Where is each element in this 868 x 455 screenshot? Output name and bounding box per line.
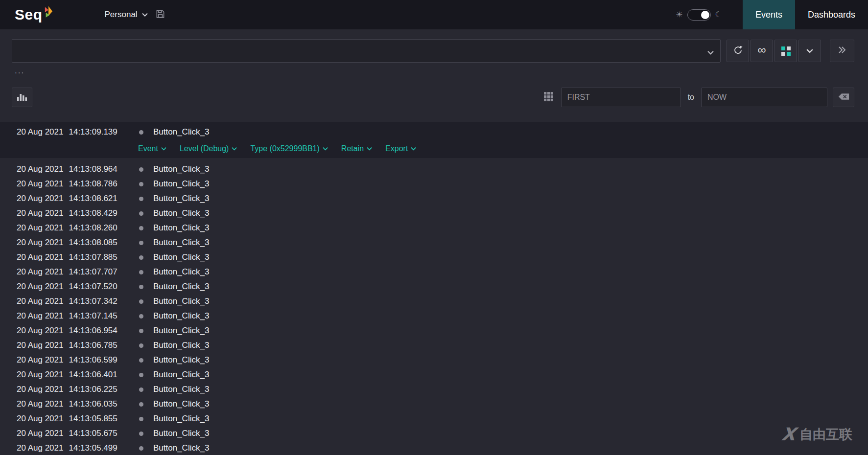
event-row[interactable]: 20 Aug 2021 14:13:06.785 Button_Click_3 xyxy=(0,338,868,353)
histogram-button[interactable] xyxy=(12,88,32,107)
event-level-bullet xyxy=(139,226,143,230)
workspace-dropdown[interactable]: Personal xyxy=(105,10,148,20)
event-timestamp: 20 Aug 2021 14:13:06.785 xyxy=(17,341,129,350)
event-action-link[interactable]: Export xyxy=(385,144,416,153)
event-timestamp: 20 Aug 2021 14:13:07.885 xyxy=(17,252,129,262)
topbar-right: ☀ ☾ Events Dashboards xyxy=(676,0,868,29)
event-level-bullet xyxy=(139,314,143,318)
event-row[interactable]: 20 Aug 2021 14:13:06.035 Button_Click_3 xyxy=(0,397,868,411)
event-row[interactable]: 20 Aug 2021 14:13:05.855 Button_Click_3 xyxy=(0,411,868,426)
event-row[interactable]: 20 Aug 2021 14:13:06.225 Button_Click_3 xyxy=(0,382,868,397)
event-action-link[interactable]: Retain xyxy=(341,144,372,153)
event-row[interactable]: 20 Aug 2021 14:13:08.621 Button_Click_3 xyxy=(0,191,868,206)
event-row[interactable]: 20 Aug 2021 14:13:08.260 Button_Click_3 xyxy=(0,221,868,235)
event-date: 20 Aug 2021 xyxy=(17,127,63,137)
event-time: 14:13:06.599 xyxy=(69,355,117,365)
event-level-bullet xyxy=(139,373,143,377)
event-row[interactable]: 20 Aug 2021 14:13:07.520 Button_Click_3 xyxy=(0,279,868,294)
event-level-bullet xyxy=(139,211,143,216)
event-action-link[interactable]: Event xyxy=(138,144,166,153)
clear-range-button[interactable] xyxy=(833,88,854,107)
event-date: 20 Aug 2021 xyxy=(17,194,63,204)
event-timestamp: 20 Aug 2021 14:13:08.260 xyxy=(17,223,129,233)
event-name: Button_Click_3 xyxy=(153,429,209,438)
event-timestamp: 20 Aug 2021 14:13:07.145 xyxy=(17,311,129,321)
event-name: Button_Click_3 xyxy=(153,194,209,204)
event-name: Button_Click_3 xyxy=(153,223,209,233)
chevron-down-icon xyxy=(232,147,237,151)
chevron-down-icon xyxy=(806,46,813,55)
view-options-button[interactable] xyxy=(774,40,797,62)
search-input[interactable] xyxy=(12,39,721,63)
event-timestamp: 20 Aug 2021 14:13:06.599 xyxy=(17,355,129,365)
infinity-icon: ∞ xyxy=(757,44,766,56)
event-timestamp: 20 Aug 2021 14:13:08.085 xyxy=(17,238,129,248)
event-date: 20 Aug 2021 xyxy=(17,399,63,409)
event-list: 20 Aug 2021 14:13:09.139 Button_Click_3 … xyxy=(0,122,868,455)
event-date: 20 Aug 2021 xyxy=(17,238,63,248)
event-name: Button_Click_3 xyxy=(153,164,209,174)
event-name: Button_Click_3 xyxy=(153,267,209,277)
event-time: 14:13:05.675 xyxy=(69,429,117,438)
event-level-bullet xyxy=(139,446,143,451)
query-ellipsis[interactable]: ... xyxy=(0,63,868,75)
event-name: Button_Click_3 xyxy=(153,443,209,453)
seq-logo[interactable]: Seq xyxy=(15,6,53,23)
workspace-label: Personal xyxy=(105,10,138,20)
event-row[interactable]: 20 Aug 2021 14:13:06.599 Button_Click_3 xyxy=(0,353,868,367)
more-options-button[interactable] xyxy=(830,40,854,62)
event-row[interactable]: 20 Aug 2021 14:13:07.342 Button_Click_3 xyxy=(0,294,868,309)
event-level-bullet xyxy=(139,402,143,407)
tab-dashboards[interactable]: Dashboards xyxy=(795,0,868,29)
calendar-button[interactable] xyxy=(543,91,554,104)
event-row[interactable]: 20 Aug 2021 14:13:08.429 Button_Click_3 xyxy=(0,206,868,221)
range-to-input[interactable] xyxy=(701,88,827,107)
event-row[interactable]: 20 Aug 2021 14:13:07.707 Button_Click_3 xyxy=(0,265,868,279)
event-row[interactable]: 20 Aug 2021 14:13:05.675 Button_Click_3 xyxy=(0,426,868,441)
event-row[interactable]: 20 Aug 2021 14:13:08.786 Button_Click_3 xyxy=(0,177,868,191)
event-date: 20 Aug 2021 xyxy=(17,370,63,380)
event-timestamp: 20 Aug 2021 14:13:06.225 xyxy=(17,385,129,394)
event-date: 20 Aug 2021 xyxy=(17,223,63,233)
event-row[interactable]: 20 Aug 2021 14:13:05.499 Button_Click_3 xyxy=(0,441,868,455)
double-chevron-right-icon xyxy=(838,46,846,55)
refresh-button[interactable] xyxy=(727,40,749,62)
event-row[interactable]: 20 Aug 2021 14:13:06.401 Button_Click_3 xyxy=(0,367,868,382)
event-time: 14:13:06.401 xyxy=(69,370,117,380)
event-action-link[interactable]: Type (0x52999BB1) xyxy=(250,144,328,153)
event-row[interactable]: 20 Aug 2021 14:13:07.145 Button_Click_3 xyxy=(0,309,868,323)
range-from-input[interactable] xyxy=(561,88,681,107)
tail-button[interactable]: ∞ xyxy=(751,40,773,62)
filter-row: to xyxy=(0,75,868,107)
event-time: 14:13:07.342 xyxy=(69,296,117,306)
search-history-chevron-icon[interactable] xyxy=(707,48,714,57)
event-timestamp: 20 Aug 2021 14:13:08.621 xyxy=(17,194,129,204)
theme-switcher: ☀ ☾ xyxy=(676,9,722,21)
event-level-bullet xyxy=(139,417,143,421)
theme-toggle-knob xyxy=(701,11,709,19)
event-row[interactable]: 20 Aug 2021 14:13:06.954 Button_Click_3 xyxy=(0,323,868,338)
event-level-bullet xyxy=(139,343,143,348)
event-date: 20 Aug 2021 xyxy=(17,282,63,292)
event-row[interactable]: 20 Aug 2021 14:13:09.139 Button_Click_3 xyxy=(0,124,868,140)
event-date: 20 Aug 2021 xyxy=(17,443,63,453)
event-action-link[interactable]: Level (Debug) xyxy=(180,144,237,153)
event-actions: Event Level (Debug) Type (0x52999BB1) xyxy=(0,140,868,154)
event-level-bullet xyxy=(139,299,143,304)
event-level-bullet xyxy=(139,182,143,186)
tab-events[interactable]: Events xyxy=(743,0,795,29)
theme-toggle[interactable] xyxy=(687,9,711,21)
sun-icon: ☀ xyxy=(676,11,682,19)
event-row[interactable]: 20 Aug 2021 14:13:08.964 Button_Click_3 xyxy=(0,162,868,177)
event-time: 14:13:08.786 xyxy=(69,179,117,189)
event-level-bullet xyxy=(139,358,143,363)
save-workspace-button[interactable] xyxy=(156,9,165,21)
event-date: 20 Aug 2021 xyxy=(17,311,63,321)
event-action-label: Event xyxy=(138,144,158,153)
event-row[interactable]: 20 Aug 2021 14:13:07.885 Button_Click_3 xyxy=(0,250,868,265)
event-name: Button_Click_3 xyxy=(153,414,209,424)
expand-query-button[interactable] xyxy=(798,40,821,62)
refresh-icon xyxy=(733,45,743,57)
event-row[interactable]: 20 Aug 2021 14:13:08.085 Button_Click_3 xyxy=(0,235,868,250)
event-timestamp: 20 Aug 2021 14:13:06.401 xyxy=(17,370,129,380)
